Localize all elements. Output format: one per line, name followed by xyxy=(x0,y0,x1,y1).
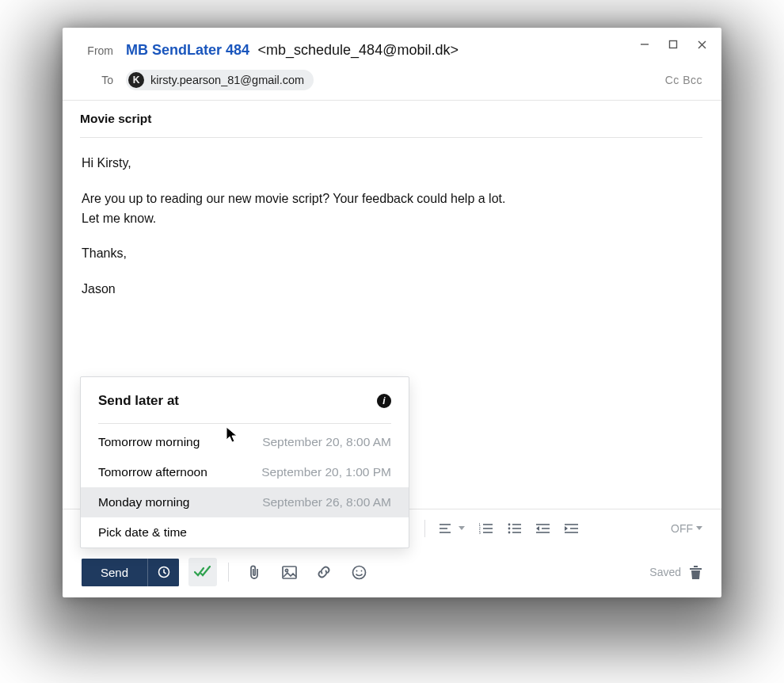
send-later-option[interactable]: Monday morning September 26, 8:00 AM xyxy=(81,487,409,517)
avatar: K xyxy=(128,72,144,88)
svg-text:3: 3 xyxy=(479,530,481,534)
minimize-button[interactable] xyxy=(637,37,652,52)
read-receipt-button[interactable] xyxy=(188,558,217,586)
from-row: From MB SendLater 484 <mb_schedule_484@m… xyxy=(82,42,702,70)
outdent-button[interactable] xyxy=(536,523,550,534)
compose-header: From MB SendLater 484 <mb_schedule_484@m… xyxy=(63,28,721,101)
indent-button[interactable] xyxy=(565,523,579,534)
maximize-button[interactable] xyxy=(666,37,680,52)
option-label: Tomorrow afternoon xyxy=(98,465,207,479)
tracking-toggle[interactable]: OFF xyxy=(671,522,702,535)
svg-rect-26 xyxy=(283,567,296,578)
to-label: To xyxy=(82,74,113,86)
option-datetime: September 20, 8:00 AM xyxy=(262,435,391,449)
svg-point-15 xyxy=(508,531,511,533)
compose-toolbar: Send Saved xyxy=(63,547,721,597)
send-later-popup: Send later at i Tomorrow morning Septemb… xyxy=(80,376,409,548)
window-controls xyxy=(630,32,717,56)
insert-link-button[interactable] xyxy=(310,558,338,586)
tracking-label: OFF xyxy=(671,522,693,535)
option-datetime: September 20, 1:00 PM xyxy=(261,465,391,479)
send-button[interactable]: Send xyxy=(82,559,147,586)
subject-field[interactable]: Movie script xyxy=(80,101,702,138)
bullet-list-button[interactable] xyxy=(508,523,522,534)
svg-point-27 xyxy=(285,569,287,571)
to-row: To K kirsty.pearson_81@gmail.com Cc Bcc xyxy=(63,70,721,101)
body-signature: Jason xyxy=(82,280,702,300)
send-later-option[interactable]: Tomorrow morning September 20, 8:00 AM xyxy=(81,427,409,457)
align-group xyxy=(440,523,465,534)
recipient-email: kirsty.pearson_81@gmail.com xyxy=(150,74,304,86)
close-button[interactable] xyxy=(695,37,709,52)
body-paragraph: Are you up to reading our new movie scri… xyxy=(82,189,702,229)
svg-rect-1 xyxy=(670,41,677,48)
from-label: From xyxy=(82,44,113,57)
align-dropdown-icon[interactable] xyxy=(459,526,465,531)
recipient-chip[interactable]: K kirsty.pearson_81@gmail.com xyxy=(126,70,314,90)
send-button-group: Send xyxy=(82,559,179,586)
info-icon[interactable]: i xyxy=(377,394,391,408)
attach-button[interactable] xyxy=(240,558,268,586)
svg-point-13 xyxy=(508,523,511,525)
option-label: Pick date & time xyxy=(98,525,187,540)
body-thanks: Thanks, xyxy=(82,244,702,264)
popup-title: Send later at xyxy=(98,393,179,409)
body-greeting: Hi Kirsty, xyxy=(82,154,702,174)
cc-bcc-toggle[interactable]: Cc Bcc xyxy=(665,74,702,86)
message-body[interactable]: Hi Kirsty, Are you up to reading our new… xyxy=(63,138,721,300)
option-label: Monday morning xyxy=(98,495,189,509)
compose-window: From MB SendLater 484 <mb_schedule_484@m… xyxy=(63,28,721,597)
svg-point-29 xyxy=(356,570,357,571)
from-field[interactable]: MB SendLater 484 <mb_schedule_484@mobil.… xyxy=(126,42,459,59)
emoji-button[interactable] xyxy=(344,558,373,586)
align-button[interactable] xyxy=(440,523,454,534)
option-datetime: September 26, 8:00 AM xyxy=(262,495,391,509)
from-name: MB SendLater 484 xyxy=(126,42,249,58)
send-later-option[interactable]: Tomorrow afternoon September 20, 1:00 PM xyxy=(81,457,409,487)
from-address: <mb_schedule_484@mobil.dk> xyxy=(258,42,459,58)
saved-status: Saved xyxy=(649,566,681,578)
send-later-option-pick[interactable]: Pick date & time xyxy=(81,517,409,548)
schedule-send-button[interactable] xyxy=(147,559,179,586)
option-label: Tomorrow morning xyxy=(98,435,200,449)
svg-point-30 xyxy=(360,570,362,571)
discard-button[interactable] xyxy=(689,565,702,580)
svg-point-28 xyxy=(352,566,365,578)
numbered-list-button[interactable]: 123 xyxy=(479,523,493,534)
svg-point-14 xyxy=(508,527,511,529)
insert-image-button[interactable] xyxy=(275,558,303,586)
